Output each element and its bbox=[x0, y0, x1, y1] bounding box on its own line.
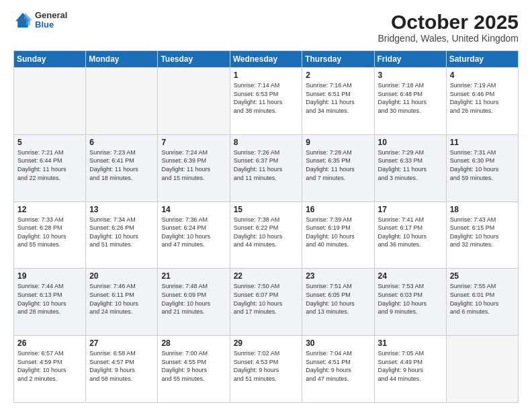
subtitle: Bridgend, Wales, United Kingdom bbox=[378, 33, 519, 44]
calendar-cell: 18Sunrise: 7:43 AM Sunset: 6:15 PM Dayli… bbox=[446, 201, 518, 269]
calendar-cell bbox=[446, 336, 518, 403]
calendar-cell: 26Sunrise: 6:57 AM Sunset: 4:59 PM Dayli… bbox=[14, 336, 86, 403]
calendar-cell: 5Sunrise: 7:21 AM Sunset: 6:44 PM Daylig… bbox=[14, 134, 86, 201]
calendar-week-row: 5Sunrise: 7:21 AM Sunset: 6:44 PM Daylig… bbox=[14, 134, 519, 201]
calendar-cell bbox=[86, 68, 158, 135]
day-info: Sunrise: 7:05 AM Sunset: 4:49 PM Dayligh… bbox=[378, 349, 443, 383]
day-number: 4 bbox=[450, 71, 515, 80]
day-number: 28 bbox=[161, 338, 226, 348]
day-header-saturday: Saturday bbox=[446, 51, 518, 68]
day-number: 17 bbox=[378, 205, 443, 214]
day-number: 2 bbox=[306, 71, 370, 80]
day-info: Sunrise: 7:31 AM Sunset: 6:30 PM Dayligh… bbox=[450, 148, 515, 182]
day-info: Sunrise: 7:51 AM Sunset: 6:05 PM Dayligh… bbox=[306, 282, 370, 316]
day-info: Sunrise: 7:36 AM Sunset: 6:24 PM Dayligh… bbox=[161, 216, 226, 249]
day-info: Sunrise: 7:16 AM Sunset: 6:51 PM Dayligh… bbox=[306, 81, 370, 115]
day-info: Sunrise: 7:21 AM Sunset: 6:44 PM Dayligh… bbox=[17, 148, 82, 182]
day-info: Sunrise: 7:44 AM Sunset: 6:13 PM Dayligh… bbox=[17, 282, 82, 316]
calendar-week-row: 19Sunrise: 7:44 AM Sunset: 6:13 PM Dayli… bbox=[14, 269, 519, 336]
day-number: 31 bbox=[378, 338, 443, 348]
logo-text: General Blue bbox=[35, 11, 67, 30]
day-info: Sunrise: 7:39 AM Sunset: 6:19 PM Dayligh… bbox=[306, 216, 370, 249]
logo-blue-text: Blue bbox=[35, 20, 67, 30]
calendar-cell: 27Sunrise: 6:58 AM Sunset: 4:57 PM Dayli… bbox=[86, 336, 158, 403]
day-number: 15 bbox=[234, 205, 299, 214]
calendar-cell: 8Sunrise: 7:26 AM Sunset: 6:37 PM Daylig… bbox=[230, 134, 302, 201]
day-number: 27 bbox=[89, 338, 154, 348]
calendar-cell: 1Sunrise: 7:14 AM Sunset: 6:53 PM Daylig… bbox=[230, 68, 302, 135]
calendar-cell: 20Sunrise: 7:46 AM Sunset: 6:11 PM Dayli… bbox=[86, 269, 158, 336]
day-info: Sunrise: 7:18 AM Sunset: 6:48 PM Dayligh… bbox=[378, 81, 443, 115]
calendar-cell: 9Sunrise: 7:28 AM Sunset: 6:35 PM Daylig… bbox=[302, 134, 374, 201]
calendar-cell bbox=[158, 68, 230, 135]
day-number: 8 bbox=[234, 138, 299, 147]
day-info: Sunrise: 7:04 AM Sunset: 4:51 PM Dayligh… bbox=[306, 349, 370, 383]
calendar-cell: 28Sunrise: 7:00 AM Sunset: 4:55 PM Dayli… bbox=[158, 336, 230, 403]
day-info: Sunrise: 7:23 AM Sunset: 6:41 PM Dayligh… bbox=[89, 148, 154, 182]
day-info: Sunrise: 7:14 AM Sunset: 6:53 PM Dayligh… bbox=[234, 81, 299, 115]
day-info: Sunrise: 7:34 AM Sunset: 6:26 PM Dayligh… bbox=[89, 216, 154, 249]
day-number: 3 bbox=[378, 71, 443, 80]
day-info: Sunrise: 7:50 AM Sunset: 6:07 PM Dayligh… bbox=[234, 282, 299, 316]
calendar-cell: 23Sunrise: 7:51 AM Sunset: 6:05 PM Dayli… bbox=[302, 269, 374, 336]
day-number: 30 bbox=[306, 338, 370, 348]
calendar-cell: 21Sunrise: 7:48 AM Sunset: 6:09 PM Dayli… bbox=[158, 269, 230, 336]
calendar-week-row: 12Sunrise: 7:33 AM Sunset: 6:28 PM Dayli… bbox=[14, 201, 519, 269]
logo-general-text: General bbox=[35, 11, 67, 20]
day-number: 18 bbox=[450, 205, 515, 214]
calendar-header-row: SundayMondayTuesdayWednesdayThursdayFrid… bbox=[14, 51, 519, 68]
calendar-cell: 11Sunrise: 7:31 AM Sunset: 6:30 PM Dayli… bbox=[446, 134, 518, 201]
day-number: 9 bbox=[306, 138, 370, 147]
day-number: 29 bbox=[234, 338, 299, 348]
calendar-cell: 14Sunrise: 7:36 AM Sunset: 6:24 PM Dayli… bbox=[158, 201, 230, 269]
day-number: 19 bbox=[17, 271, 82, 281]
day-header-wednesday: Wednesday bbox=[230, 51, 302, 68]
day-number: 10 bbox=[378, 138, 443, 147]
main-title: October 2025 bbox=[378, 11, 519, 33]
logo: General Blue bbox=[13, 11, 67, 30]
calendar-table: SundayMondayTuesdayWednesdayThursdayFrid… bbox=[13, 50, 519, 403]
day-number: 7 bbox=[161, 138, 226, 147]
calendar-cell: 12Sunrise: 7:33 AM Sunset: 6:28 PM Dayli… bbox=[14, 201, 86, 269]
calendar-cell: 25Sunrise: 7:55 AM Sunset: 6:01 PM Dayli… bbox=[446, 269, 518, 336]
day-header-tuesday: Tuesday bbox=[158, 51, 230, 68]
calendar-cell: 31Sunrise: 7:05 AM Sunset: 4:49 PM Dayli… bbox=[374, 336, 446, 403]
day-number: 16 bbox=[306, 205, 370, 214]
day-info: Sunrise: 7:46 AM Sunset: 6:11 PM Dayligh… bbox=[89, 282, 154, 316]
day-header-friday: Friday bbox=[374, 51, 446, 68]
calendar-cell bbox=[14, 68, 86, 135]
day-info: Sunrise: 7:28 AM Sunset: 6:35 PM Dayligh… bbox=[306, 148, 370, 182]
day-info: Sunrise: 7:00 AM Sunset: 4:55 PM Dayligh… bbox=[161, 349, 226, 383]
calendar-cell: 19Sunrise: 7:44 AM Sunset: 6:13 PM Dayli… bbox=[14, 269, 86, 336]
day-header-monday: Monday bbox=[86, 51, 158, 68]
day-number: 23 bbox=[306, 271, 370, 281]
day-header-sunday: Sunday bbox=[14, 51, 86, 68]
day-number: 13 bbox=[89, 205, 154, 214]
calendar-cell: 7Sunrise: 7:24 AM Sunset: 6:39 PM Daylig… bbox=[158, 134, 230, 201]
day-number: 25 bbox=[450, 271, 515, 281]
day-number: 5 bbox=[17, 138, 82, 147]
day-header-thursday: Thursday bbox=[302, 51, 374, 68]
calendar-cell: 16Sunrise: 7:39 AM Sunset: 6:19 PM Dayli… bbox=[302, 201, 374, 269]
day-number: 1 bbox=[234, 71, 299, 80]
day-info: Sunrise: 7:43 AM Sunset: 6:15 PM Dayligh… bbox=[450, 216, 515, 249]
day-number: 26 bbox=[17, 338, 82, 348]
day-info: Sunrise: 7:38 AM Sunset: 6:22 PM Dayligh… bbox=[234, 216, 299, 249]
day-info: Sunrise: 7:41 AM Sunset: 6:17 PM Dayligh… bbox=[378, 216, 443, 249]
page: General Blue October 2025 Bridgend, Wale… bbox=[0, 0, 532, 411]
day-number: 21 bbox=[161, 271, 226, 281]
calendar-cell: 29Sunrise: 7:02 AM Sunset: 4:53 PM Dayli… bbox=[230, 336, 302, 403]
calendar-cell: 30Sunrise: 7:04 AM Sunset: 4:51 PM Dayli… bbox=[302, 336, 374, 403]
calendar-cell: 10Sunrise: 7:29 AM Sunset: 6:33 PM Dayli… bbox=[374, 134, 446, 201]
day-info: Sunrise: 7:48 AM Sunset: 6:09 PM Dayligh… bbox=[161, 282, 226, 316]
logo-icon bbox=[13, 11, 32, 30]
calendar-week-row: 1Sunrise: 7:14 AM Sunset: 6:53 PM Daylig… bbox=[14, 68, 519, 135]
day-info: Sunrise: 7:33 AM Sunset: 6:28 PM Dayligh… bbox=[17, 216, 82, 249]
day-info: Sunrise: 7:19 AM Sunset: 6:46 PM Dayligh… bbox=[450, 81, 515, 115]
day-number: 20 bbox=[89, 271, 154, 281]
calendar-cell: 2Sunrise: 7:16 AM Sunset: 6:51 PM Daylig… bbox=[302, 68, 374, 135]
calendar-cell: 13Sunrise: 7:34 AM Sunset: 6:26 PM Dayli… bbox=[86, 201, 158, 269]
calendar-week-row: 26Sunrise: 6:57 AM Sunset: 4:59 PM Dayli… bbox=[14, 336, 519, 403]
day-info: Sunrise: 6:57 AM Sunset: 4:59 PM Dayligh… bbox=[17, 349, 82, 383]
day-number: 24 bbox=[378, 271, 443, 281]
